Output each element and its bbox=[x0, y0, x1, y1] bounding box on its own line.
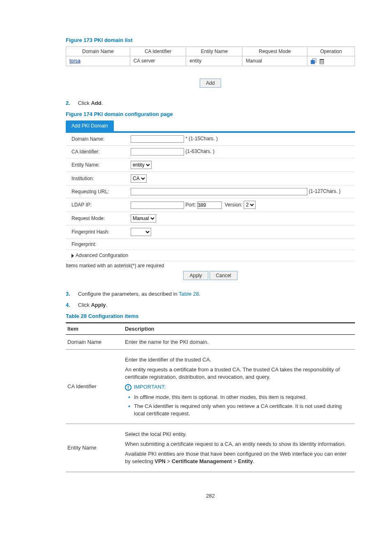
config-items-table: Item Description Domain Name Enter the n… bbox=[66, 322, 355, 473]
hint-req-url: (1-127Chars. ) bbox=[309, 188, 340, 194]
cell-mode: Manual bbox=[242, 56, 307, 66]
figure-174-title: Figure 174 PKI domain configuration page bbox=[66, 111, 355, 117]
entity-name-select[interactable]: entity bbox=[131, 161, 152, 169]
page-number: 282 bbox=[66, 493, 355, 499]
label-fp-hash: Fingerprint Hash: bbox=[66, 225, 127, 239]
cancel-button[interactable]: Cancel bbox=[210, 271, 237, 280]
domain-link-torsa[interactable]: torsa bbox=[69, 58, 81, 64]
label-domain-name: Domain Name: bbox=[66, 133, 127, 146]
bullet-item: In offline mode, this item is optional. … bbox=[127, 394, 353, 401]
row-domain-name: Domain Name Enter the name for the PKI d… bbox=[66, 334, 355, 349]
advanced-config-toggle[interactable]: Advanced Configuration bbox=[66, 250, 355, 261]
cell-ca: CA server bbox=[130, 56, 186, 66]
version-select[interactable]: 2 bbox=[244, 201, 256, 209]
step-2: 2. Click Add. bbox=[66, 100, 355, 106]
figure-173-title: Figure 173 PKI domain list bbox=[66, 37, 355, 43]
institution-select[interactable]: CA bbox=[131, 174, 147, 183]
cell-entity: entity bbox=[186, 56, 242, 66]
svg-rect-0 bbox=[311, 60, 315, 64]
col-entity: Entity Name bbox=[186, 47, 242, 56]
delete-icon[interactable] bbox=[319, 58, 325, 64]
apply-button[interactable]: Apply bbox=[183, 271, 208, 280]
required-note: Items marked with an asterisk(*) are req… bbox=[66, 263, 355, 269]
edit-icon[interactable] bbox=[311, 58, 316, 64]
svg-rect-6 bbox=[319, 59, 324, 60]
label-port: Port: bbox=[185, 202, 196, 208]
step-4: 4. Click Apply. bbox=[66, 302, 355, 308]
port-input[interactable] bbox=[197, 202, 222, 209]
table-row: torsa CA server entity Manual bbox=[66, 56, 355, 66]
label-institution: Institution: bbox=[66, 171, 127, 185]
col-domain: Domain Name bbox=[66, 47, 130, 56]
tab-add-pki-domain[interactable]: Add PKI Domain bbox=[66, 121, 114, 131]
domain-name-input[interactable] bbox=[131, 135, 184, 143]
step-3: 3. Configure the parameters, as describe… bbox=[66, 291, 355, 297]
label-entity-name: Entity Name: bbox=[66, 158, 127, 171]
ldap-ip-input[interactable] bbox=[131, 202, 184, 209]
label-ca-id: CA Identifier: bbox=[66, 145, 127, 158]
link-table-28[interactable]: Table 28 bbox=[179, 291, 199, 297]
ca-id-input[interactable] bbox=[131, 148, 184, 155]
important-label: IMPORTANT: bbox=[134, 384, 166, 390]
table-28-title: Table 28 Configuration items bbox=[66, 313, 355, 319]
hint-domain-name: * (1-15Chars. ) bbox=[185, 136, 218, 141]
label-req-mode: Request Mode: bbox=[66, 211, 127, 225]
pki-domain-list-table: Domain Name CA Identifier Entity Name Re… bbox=[66, 46, 355, 66]
triangle-right-icon bbox=[71, 254, 74, 258]
row-ca-identifier: CA Identifier Enter the identifier of th… bbox=[66, 349, 355, 424]
col-op: Operation bbox=[307, 47, 355, 56]
label-version: Version: bbox=[225, 202, 242, 208]
pki-config-form: Domain Name: * (1-15Chars. ) CA Identifi… bbox=[66, 133, 355, 261]
important-icon: ! bbox=[125, 384, 131, 391]
bullet-item: The CA identifier is required only when … bbox=[127, 403, 353, 417]
req-url-input[interactable] bbox=[131, 188, 307, 195]
label-ldap-ip: LDAP IP: bbox=[66, 198, 127, 211]
header-desc: Description bbox=[123, 323, 355, 335]
label-req-url: Requesting URL: bbox=[66, 185, 127, 198]
col-ca: CA Identifier bbox=[130, 47, 186, 56]
hint-ca-id: (1-63Chars. ) bbox=[185, 148, 214, 154]
label-fp: Fingerprint: bbox=[66, 239, 127, 250]
add-button[interactable]: Add bbox=[200, 79, 221, 88]
fp-hash-select[interactable] bbox=[131, 228, 151, 236]
col-mode: Request Mode bbox=[242, 47, 307, 56]
row-entity-name: Entity Name Select the local PKI entity.… bbox=[66, 424, 355, 472]
req-mode-select[interactable]: Manual bbox=[131, 214, 156, 222]
header-item: Item bbox=[66, 323, 123, 335]
